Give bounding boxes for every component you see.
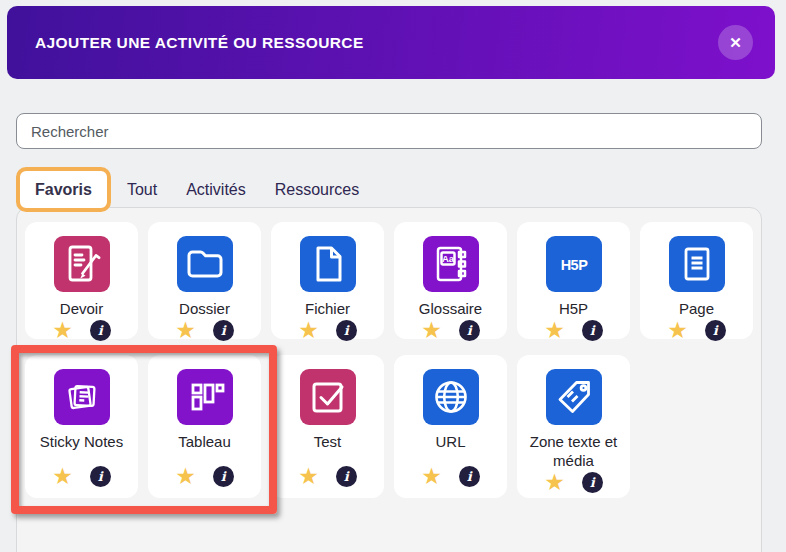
activity-chooser-tabs: Favoris Tout Activités Ressources	[16, 167, 359, 212]
h5p-icon: H5P	[546, 236, 602, 292]
star-icon: ★	[667, 319, 688, 342]
card-actions: ★ i	[421, 319, 480, 342]
activity-grid: Devoir ★ i Dossier ★ i Fichier ★	[17, 208, 761, 518]
card-actions: ★ i	[667, 319, 726, 342]
star-icon: ★	[298, 319, 319, 342]
info-icon: i	[213, 466, 234, 487]
activity-card-page[interactable]: Page ★ i	[640, 222, 753, 339]
info-icon: i	[705, 320, 726, 341]
activity-card-label: Zone texte et média	[517, 433, 630, 471]
info-icon: i	[582, 472, 603, 493]
folder-icon	[177, 236, 233, 292]
info-button[interactable]: i	[459, 320, 480, 341]
activity-card-sticky-notes[interactable]: Sticky Notes ★ i	[25, 355, 138, 498]
activity-card-label: Test	[308, 433, 348, 452]
star-icon: ★	[175, 465, 196, 488]
favourite-button[interactable]: ★	[544, 319, 565, 342]
favourite-button[interactable]: ★	[421, 465, 442, 488]
star-icon: ★	[175, 319, 196, 342]
activity-card-glossaire[interactable]: Aa Glossaire ★ i	[394, 222, 507, 339]
modal-header: AJOUTER UNE ACTIVITÉ OU RESSOURCE ✕	[7, 6, 775, 79]
modal-title: AJOUTER UNE ACTIVITÉ OU RESSOURCE	[35, 34, 364, 52]
tab-ressources[interactable]: Ressources	[275, 181, 359, 199]
activity-chooser-modal: AJOUTER UNE ACTIVITÉ OU RESSOURCE ✕ Favo…	[0, 0, 786, 552]
favourite-button[interactable]: ★	[667, 319, 688, 342]
globe-icon	[423, 369, 479, 425]
sticky-notes-icon	[54, 369, 110, 425]
favourite-button[interactable]: ★	[298, 465, 319, 488]
card-actions: ★ i	[298, 319, 357, 342]
activity-card-label: URL	[429, 433, 471, 452]
star-icon: ★	[544, 319, 565, 342]
activity-card-label: Page	[673, 300, 720, 319]
info-button[interactable]: i	[213, 466, 234, 487]
info-icon: i	[582, 320, 603, 341]
info-button[interactable]: i	[90, 320, 111, 341]
tag-icon	[546, 369, 602, 425]
info-icon: i	[213, 320, 234, 341]
card-actions: ★ i	[421, 465, 480, 488]
favourite-button[interactable]: ★	[52, 319, 73, 342]
favourite-button[interactable]: ★	[298, 319, 319, 342]
tab-tout[interactable]: Tout	[127, 181, 157, 199]
activity-chooser-panel: Devoir ★ i Dossier ★ i Fichier ★	[16, 207, 762, 552]
card-actions: ★ i	[175, 319, 234, 342]
star-icon: ★	[544, 471, 565, 494]
tab-favoris-label: Favoris	[35, 181, 92, 199]
info-button[interactable]: i	[459, 466, 480, 487]
info-icon: i	[90, 466, 111, 487]
info-button[interactable]: i	[582, 320, 603, 341]
tab-ressources-label: Ressources	[275, 181, 359, 198]
activity-card-label: H5P	[553, 300, 594, 319]
activity-card-label: Dossier	[173, 300, 236, 319]
favourite-button[interactable]: ★	[544, 471, 565, 494]
favourite-button[interactable]: ★	[52, 465, 73, 488]
activity-card-url[interactable]: URL ★ i	[394, 355, 507, 498]
favourite-button[interactable]: ★	[175, 319, 196, 342]
svg-text:Aa: Aa	[441, 253, 454, 264]
close-button[interactable]: ✕	[718, 25, 753, 60]
activity-card-tableau[interactable]: Tableau ★ i	[148, 355, 261, 498]
favourite-button[interactable]: ★	[175, 465, 196, 488]
activity-card-label: Glossaire	[413, 300, 488, 319]
activity-card-dossier[interactable]: Dossier ★ i	[148, 222, 261, 339]
glossary-icon: Aa	[423, 236, 479, 292]
tab-activites[interactable]: Activités	[186, 181, 246, 199]
info-button[interactable]: i	[705, 320, 726, 341]
activity-card-devoir[interactable]: Devoir ★ i	[25, 222, 138, 339]
info-icon: i	[336, 466, 357, 487]
activity-card-test[interactable]: Test ★ i	[271, 355, 384, 498]
info-button[interactable]: i	[336, 466, 357, 487]
info-button[interactable]: i	[213, 320, 234, 341]
quiz-icon	[300, 369, 356, 425]
activity-card-label: Devoir	[54, 300, 109, 319]
favourite-button[interactable]: ★	[421, 319, 442, 342]
card-actions: ★ i	[52, 465, 111, 488]
star-icon: ★	[421, 319, 442, 342]
activity-card-fichier[interactable]: Fichier ★ i	[271, 222, 384, 339]
activity-card-h5p[interactable]: H5P H5P ★ i	[517, 222, 630, 339]
star-icon: ★	[52, 319, 73, 342]
search-input[interactable]	[16, 113, 762, 149]
activity-card-label: Sticky Notes	[34, 433, 129, 452]
assignment-icon	[54, 236, 110, 292]
page-icon	[669, 236, 725, 292]
tab-favoris[interactable]: Favoris	[16, 167, 111, 212]
svg-text:H5P: H5P	[560, 257, 588, 273]
card-actions: ★ i	[544, 319, 603, 342]
board-icon	[177, 369, 233, 425]
card-actions: ★ i	[52, 319, 111, 342]
close-icon: ✕	[729, 35, 742, 50]
tab-activites-label: Activités	[186, 181, 246, 198]
info-icon: i	[336, 320, 357, 341]
card-actions: ★ i	[175, 465, 234, 488]
info-button[interactable]: i	[90, 466, 111, 487]
star-icon: ★	[421, 465, 442, 488]
card-actions: ★ i	[544, 471, 603, 494]
star-icon: ★	[52, 465, 73, 488]
info-button[interactable]: i	[582, 472, 603, 493]
activity-card-label: Fichier	[299, 300, 356, 319]
info-button[interactable]: i	[336, 320, 357, 341]
card-actions: ★ i	[298, 465, 357, 488]
activity-card-zone-texte-et-media[interactable]: Zone texte et média ★ i	[517, 355, 630, 498]
